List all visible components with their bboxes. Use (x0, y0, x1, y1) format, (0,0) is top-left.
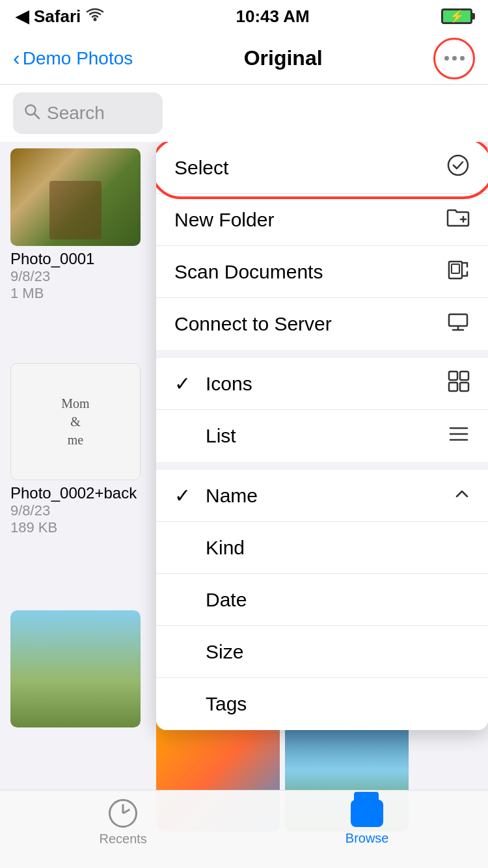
chevron-left-icon: ‹ (13, 46, 20, 70)
back-arrow-icon: ◀ (16, 7, 29, 27)
photo-name-1: Photo_0001 (10, 250, 141, 268)
svg-rect-14 (460, 383, 468, 391)
svg-line-2 (34, 113, 40, 118)
scan-documents-icon (446, 258, 470, 286)
tags-label: Tags (206, 693, 247, 715)
date-item-left: ✓ Date (174, 588, 247, 611)
new-folder-icon (446, 208, 470, 232)
photo-item-1[interactable]: Photo_0001 9/8/23 1 MB (10, 148, 141, 302)
photo-date-2: 9/8/23 (10, 502, 141, 519)
menu-item-tags[interactable]: ✓ Tags (156, 678, 488, 730)
photo-forest-image (10, 148, 141, 246)
photo-size-2: 189 KB (10, 519, 141, 536)
search-placeholder: Search (47, 103, 105, 124)
tab-browse-label: Browse (346, 831, 389, 846)
svg-rect-13 (449, 383, 457, 391)
photo-thumb-book: Mom&me (10, 363, 141, 480)
svg-point-3 (448, 156, 468, 175)
menu-item-date[interactable]: ✓ Date (156, 574, 488, 626)
menu-item-kind[interactable]: ✓ Kind (156, 522, 488, 574)
nav-title: Original (133, 46, 433, 70)
menu-item-size[interactable]: ✓ Size (156, 626, 488, 678)
more-options-button[interactable] (433, 38, 475, 79)
search-icon (23, 103, 40, 124)
menu-item-select[interactable]: Select (156, 142, 488, 194)
nav-back-label: Demo Photos (23, 48, 133, 69)
status-battery: ⚡ (441, 8, 472, 24)
tags-item-left: ✓ Tags (174, 693, 247, 716)
photo-size-1: 1 MB (10, 285, 141, 302)
divider-1 (156, 350, 488, 358)
photo-name-2: Photo_0002+back (10, 484, 141, 502)
tab-bar: Recents Browse (0, 790, 488, 868)
icons-label: Icons (206, 373, 252, 395)
kind-label: Kind (206, 537, 245, 559)
tab-browse[interactable]: Browse (346, 800, 389, 846)
list-label: List (206, 425, 236, 447)
menu-section-sort: ✓ Name ✓ Kind ✓ Date (156, 470, 488, 730)
photo-thumb-3 (10, 610, 141, 727)
more-dots-icon (444, 56, 465, 61)
status-bar: ◀ Safari 10:43 AM ⚡ (0, 0, 488, 33)
battery-icon: ⚡ (441, 8, 472, 24)
photo-thumb-1 (10, 148, 141, 246)
search-input[interactable]: Search (13, 92, 163, 134)
divider-2 (156, 462, 488, 470)
svg-rect-8 (449, 314, 467, 326)
kind-item-left: ✓ Kind (174, 536, 245, 559)
search-area: Search (0, 85, 488, 142)
icons-checkmark: ✓ (174, 372, 195, 395)
photo-date-1: 9/8/23 (10, 268, 141, 285)
dropdown-menu: Select New Folder (156, 142, 488, 730)
nav-bar: ‹ Demo Photos Original (0, 33, 488, 85)
date-label: Date (206, 589, 247, 611)
photo-family-image (10, 610, 141, 727)
photo-item-3[interactable] (10, 610, 141, 727)
connect-server-label: Connect to Server (174, 313, 332, 335)
grid-icon (448, 370, 470, 397)
tab-recents-label: Recents (99, 832, 146, 847)
status-carrier: ◀ Safari (16, 7, 104, 27)
new-folder-label: New Folder (174, 209, 274, 231)
name-item-left: ✓ Name (174, 484, 258, 507)
select-label: Select (174, 157, 228, 179)
list-item-left: ✓ List (174, 425, 236, 448)
menu-item-icons[interactable]: ✓ Icons (156, 358, 488, 410)
menu-section-actions: Select New Folder (156, 142, 488, 350)
menu-item-name[interactable]: ✓ Name (156, 470, 488, 522)
icons-item-left: ✓ Icons (174, 372, 252, 395)
menu-section-view: ✓ Icons ✓ List (156, 358, 488, 462)
menu-item-scan-documents[interactable]: Scan Documents (156, 246, 488, 298)
svg-rect-12 (460, 372, 468, 380)
name-label: Name (206, 485, 258, 507)
menu-item-connect-server[interactable]: Connect to Server (156, 298, 488, 350)
book-image-text: Mom&me (61, 394, 89, 449)
menu-item-list[interactable]: ✓ List (156, 410, 488, 462)
nav-back-button[interactable]: ‹ Demo Photos (13, 46, 133, 70)
list-icon (448, 423, 470, 450)
browse-icon (351, 800, 383, 827)
chevron-up-icon (454, 485, 470, 506)
scan-documents-label: Scan Documents (174, 261, 323, 283)
photo-item-2[interactable]: Mom&me Photo_0002+back 9/8/23 189 KB (10, 363, 141, 536)
tab-recents[interactable]: Recents (99, 799, 146, 847)
main-content: Photo_0001 9/8/23 1 MB Mom&me Photo_0002… (0, 142, 488, 868)
size-item-left: ✓ Size (174, 640, 243, 663)
menu-item-new-folder[interactable]: New Folder (156, 194, 488, 246)
status-time: 10:43 AM (236, 7, 310, 27)
checkmark-circle-icon (446, 154, 470, 182)
wifi-icon (86, 7, 104, 27)
svg-rect-11 (449, 372, 457, 380)
battery-bolt-icon: ⚡ (450, 9, 464, 23)
recents-icon (109, 799, 137, 828)
svg-point-0 (94, 18, 97, 21)
svg-rect-7 (452, 264, 459, 273)
connect-server-icon (446, 310, 470, 338)
name-checkmark: ✓ (174, 484, 195, 507)
size-label: Size (206, 641, 243, 663)
